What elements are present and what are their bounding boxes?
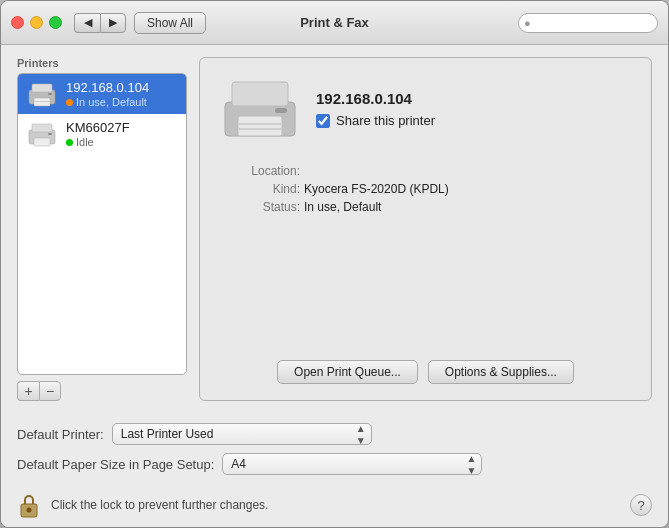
printers-label: Printers — [17, 57, 187, 69]
nav-buttons: ◀ ▶ — [74, 13, 126, 33]
svg-point-16 — [27, 508, 32, 513]
printer-item-2[interactable]: KM66027F Idle — [18, 114, 186, 154]
main-row: Printers — [17, 57, 652, 401]
svg-rect-10 — [232, 82, 288, 106]
printer-name-1: 192.168.0.104 — [66, 80, 149, 95]
search-box: ● — [518, 13, 658, 33]
show-all-button[interactable]: Show All — [134, 12, 206, 34]
default-paper-select[interactable]: A4 Letter Legal — [222, 453, 482, 475]
back-button[interactable]: ◀ — [74, 13, 100, 33]
lock-icon[interactable] — [17, 491, 41, 519]
printer-status-2: Idle — [66, 136, 130, 148]
detail-fields: Location: Kind: Kyocera FS-2020D (KPDL) … — [220, 164, 631, 214]
svg-rect-11 — [238, 116, 282, 136]
svg-rect-13 — [238, 123, 282, 125]
status-dot-2 — [66, 139, 73, 146]
location-row: Location: — [220, 164, 631, 178]
lock-bar: Click the lock to prevent further change… — [1, 483, 668, 527]
svg-rect-7 — [34, 138, 50, 146]
default-printer-label: Default Printer: — [17, 427, 104, 442]
status-value: In use, Default — [304, 200, 381, 214]
svg-rect-6 — [32, 124, 52, 132]
printer-info-2: KM66027F Idle — [66, 120, 130, 148]
remove-printer-button[interactable]: − — [39, 381, 61, 401]
default-paper-label: Default Paper Size in Page Setup: — [17, 457, 214, 472]
kind-value: Kyocera FS-2020D (KPDL) — [304, 182, 449, 196]
maximize-button[interactable] — [49, 16, 62, 29]
list-controls: + − — [17, 381, 187, 401]
window-title: Print & Fax — [300, 15, 369, 30]
options-supplies-button[interactable]: Options & Supplies... — [428, 360, 574, 384]
default-paper-row: Default Paper Size in Page Setup: A4 Let… — [17, 453, 652, 475]
printer-item-1[interactable]: 192.168.0.104 In use, Default — [18, 74, 186, 114]
detail-printer-image — [220, 74, 300, 144]
status-label: Status: — [220, 200, 300, 214]
svg-rect-8 — [48, 133, 52, 135]
kind-label: Kind: — [220, 182, 300, 196]
printer-icon-2 — [26, 120, 58, 148]
detail-panel: 192.168.0.104 Share this printer Locatio… — [199, 57, 652, 401]
close-button[interactable] — [11, 16, 24, 29]
search-input[interactable] — [518, 13, 658, 33]
detail-printer-name: 192.168.0.104 — [316, 90, 435, 107]
bottom-section: Default Printer: Last Printer Used 192.1… — [1, 413, 668, 483]
traffic-lights — [11, 16, 62, 29]
default-printer-select-wrap: Last Printer Used 192.168.0.104 KM66027F… — [112, 423, 372, 445]
printer-icon-1 — [26, 80, 58, 108]
svg-rect-3 — [48, 93, 52, 95]
detail-actions: Open Print Queue... Options & Supplies..… — [220, 344, 631, 384]
svg-rect-4 — [34, 101, 50, 102]
titlebar: ◀ ▶ Show All Print & Fax ● — [1, 1, 668, 45]
printers-panel: Printers — [17, 57, 187, 401]
share-checkbox[interactable] — [316, 114, 330, 128]
kind-row: Kind: Kyocera FS-2020D (KPDL) — [220, 182, 631, 196]
status-dot-1 — [66, 99, 73, 106]
printers-list: 192.168.0.104 In use, Default — [17, 73, 187, 375]
help-button[interactable]: ? — [630, 494, 652, 516]
forward-button[interactable]: ▶ — [100, 13, 126, 33]
default-printer-row: Default Printer: Last Printer Used 192.1… — [17, 423, 652, 445]
status-row: Status: In use, Default — [220, 200, 631, 214]
printer-name-2: KM66027F — [66, 120, 130, 135]
minimize-button[interactable] — [30, 16, 43, 29]
detail-title-area: 192.168.0.104 Share this printer — [316, 90, 435, 128]
printer-info-1: 192.168.0.104 In use, Default — [66, 80, 149, 108]
location-label: Location: — [220, 164, 300, 178]
detail-header: 192.168.0.104 Share this printer — [220, 74, 631, 144]
add-printer-button[interactable]: + — [17, 381, 39, 401]
svg-rect-12 — [275, 108, 287, 113]
window: ◀ ▶ Show All Print & Fax ● Printers — [0, 0, 669, 528]
svg-rect-14 — [238, 128, 282, 130]
printer-status-1: In use, Default — [66, 96, 149, 108]
lock-text: Click the lock to prevent further change… — [51, 498, 268, 512]
open-print-queue-button[interactable]: Open Print Queue... — [277, 360, 418, 384]
main-content: Printers — [1, 45, 668, 413]
default-printer-select[interactable]: Last Printer Used 192.168.0.104 KM66027F — [112, 423, 372, 445]
default-paper-select-wrap: A4 Letter Legal ▲ ▼ — [222, 453, 482, 475]
svg-rect-1 — [32, 84, 52, 92]
share-row: Share this printer — [316, 113, 435, 128]
search-icon: ● — [524, 17, 531, 29]
share-label: Share this printer — [336, 113, 435, 128]
